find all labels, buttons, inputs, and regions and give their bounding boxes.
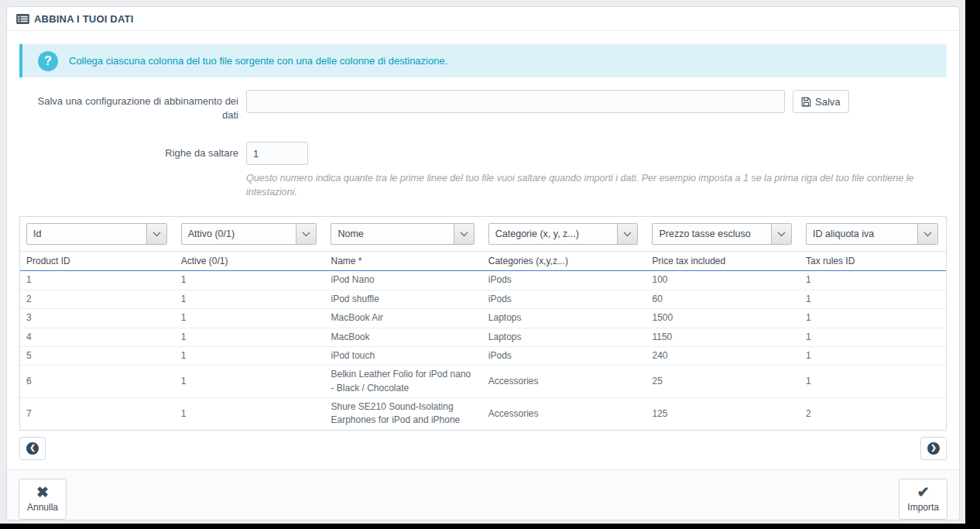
mapping-select-2-value: Attivo (0/1) (182, 224, 296, 244)
table-cell: 1 (175, 290, 325, 308)
table-header-row: Product ID Active (0/1) Name * Categorie… (20, 252, 946, 271)
mapping-cell: Id (20, 217, 175, 252)
mapping-select-5-value: Prezzo tasse escluso (653, 224, 771, 244)
screen-edge-bottom (0, 524, 980, 529)
column-matching-box: Id Attivo (0/1) Nome (19, 216, 947, 431)
table-cell: 25 (646, 366, 800, 398)
table-cell: 1 (800, 346, 946, 365)
save-config-label: Salva una configurazione di abbinamento … (19, 90, 246, 122)
table-row: 5 1 iPod touch iPods 240 1 (20, 346, 946, 365)
chevron-circle-right-icon: ❯ (927, 442, 940, 455)
table-cell: 1 (175, 309, 325, 328)
panel-footer: ✖ Annulla ✔ Importa (7, 469, 959, 520)
table-cell: 1 (175, 328, 325, 346)
table-cell: 4 (20, 328, 175, 346)
table-cell: Laptops (482, 328, 646, 346)
import-button[interactable]: ✔ Importa (899, 479, 947, 520)
table-cell: 6 (20, 366, 175, 398)
skip-rows-help: Questo numero indica quante tra le prime… (246, 171, 927, 199)
table-cell: iPod Nano (324, 271, 481, 290)
check-icon: ✔ (917, 485, 930, 500)
list-icon (16, 14, 29, 24)
mapping-select-4[interactable]: Categorie (x, y, z...) (488, 223, 639, 245)
table-cell: iPod shuffle (324, 290, 481, 308)
skip-rows-row: Righe da saltare Questo numero indica qu… (19, 142, 947, 199)
mapping-cell: Categorie (x, y, z...) (482, 217, 646, 252)
mapping-select-1[interactable]: Id (26, 223, 167, 245)
save-button-label: Salva (815, 96, 841, 108)
table-cell: 2 (20, 290, 175, 308)
mapping-select-3-value: Nome (331, 224, 453, 244)
cancel-button-label: Annulla (27, 502, 58, 513)
mapping-select-6-value: ID aliquota iva (807, 224, 917, 244)
table-cell: Accessories (482, 398, 646, 430)
panel-body: ? Collega ciascuna colonna del tuo file … (7, 31, 959, 460)
table-cell: Accessories (482, 366, 646, 398)
table-cell: Laptops (482, 309, 646, 328)
col-header-active: Active (0/1) (175, 252, 325, 271)
mapping-select-6[interactable]: ID aliquota iva (806, 223, 938, 245)
table-row: 4 1 MacBook Laptops 1150 1 (20, 328, 946, 346)
preview-table: Id Attivo (0/1) Nome (20, 217, 946, 430)
mapping-selects-row: Id Attivo (0/1) Nome (20, 217, 946, 252)
config-name-input[interactable] (246, 90, 785, 113)
table-row: 6 1 Belkin Leather Folio for iPod nano -… (20, 366, 946, 398)
next-page-button[interactable]: ❯ (920, 437, 947, 460)
table-cell: 100 (646, 271, 800, 290)
close-icon: ✖ (36, 485, 49, 500)
question-icon: ? (38, 51, 58, 71)
table-cell: 1 (175, 366, 325, 398)
screen-edge-right (965, 0, 980, 529)
table-cell: Belkin Leather Folio for iPod nano - Bla… (324, 366, 481, 398)
mapping-cell: ID aliquota iva (800, 217, 946, 252)
mapping-cell: Prezzo tasse escluso (646, 217, 800, 252)
mapping-select-5[interactable]: Prezzo tasse escluso (652, 223, 792, 245)
table-cell: 1 (20, 271, 175, 290)
table-row: 3 1 MacBook Air Laptops 1500 1 (20, 309, 946, 328)
prev-page-button[interactable]: ❮ (19, 437, 46, 460)
chevron-down-icon (296, 224, 316, 244)
mapping-select-3[interactable]: Nome (331, 223, 474, 245)
table-cell: 1500 (646, 309, 800, 328)
table-cell: iPods (482, 271, 646, 290)
table-row: 7 1 Shure SE210 Sound-Isolating Earphone… (20, 398, 946, 430)
table-cell: iPods (482, 290, 646, 308)
pagination: ❮ ❯ (19, 437, 947, 460)
table-cell: 3 (20, 309, 175, 328)
table-cell: Shure SE210 Sound-Isolating Earphones fo… (324, 398, 481, 430)
chevron-down-icon (146, 224, 166, 244)
table-cell: MacBook (324, 328, 481, 346)
floppy-icon (801, 97, 811, 107)
table-cell: 125 (646, 398, 800, 430)
table-cell: MacBook Air (324, 309, 481, 328)
table-cell: 5 (20, 346, 175, 365)
table-cell: 1 (800, 309, 946, 328)
table-cell: 2 (800, 398, 946, 430)
table-cell: 1 (175, 398, 325, 430)
table-row: 1 1 iPod Nano iPods 100 1 (20, 271, 946, 290)
table-cell: 60 (646, 290, 800, 308)
table-row: 2 1 iPod shuffle iPods 60 1 (20, 290, 946, 308)
chevron-circle-left-icon: ❮ (26, 442, 39, 455)
col-header-tax-rules: Tax rules ID (800, 252, 946, 271)
col-header-price: Price tax included (646, 252, 800, 271)
chevron-down-icon (617, 224, 637, 244)
cancel-button[interactable]: ✖ Annulla (19, 479, 67, 520)
save-config-row: Salva una configurazione di abbinamento … (19, 90, 947, 122)
table-cell: 7 (20, 398, 175, 430)
save-button[interactable]: Salva (793, 90, 849, 113)
table-cell: 1 (800, 271, 946, 290)
import-panel: ABBINA I TUOI DATI ? Collega ciascuna co… (6, 6, 960, 520)
table-cell: 1 (800, 366, 946, 398)
import-match-page: ABBINA I TUOI DATI ? Collega ciascuna co… (0, 0, 980, 529)
import-button-label: Importa (907, 502, 939, 513)
mapping-select-2[interactable]: Attivo (0/1) (181, 223, 317, 245)
chevron-down-icon (771, 224, 791, 244)
mapping-cell: Attivo (0/1) (175, 217, 325, 252)
skip-rows-input[interactable] (246, 142, 308, 165)
chevron-down-icon (454, 224, 474, 244)
table-cell: 240 (646, 346, 800, 365)
table-cell: 1150 (646, 328, 800, 346)
table-cell: 1 (175, 346, 325, 365)
col-header-name: Name * (324, 252, 481, 271)
